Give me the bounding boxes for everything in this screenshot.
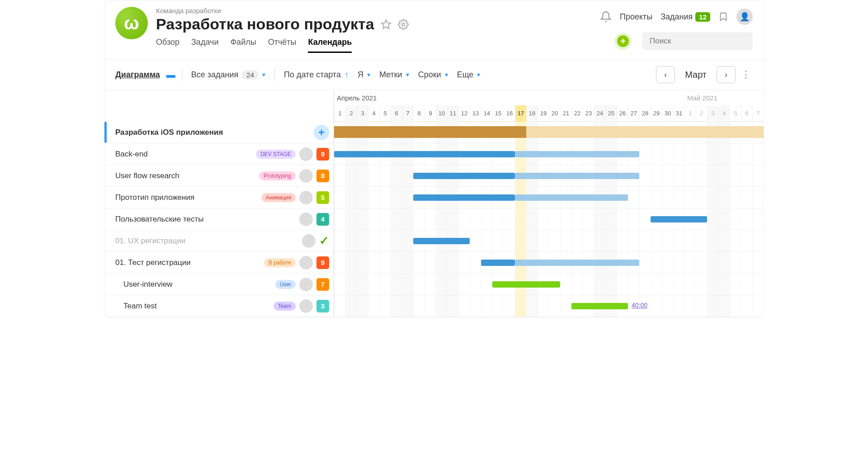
task-group-name: Разработка iOS приложения [115,128,310,137]
duration-label[interactable]: 40:00 [632,302,647,309]
group-bar-row [334,122,764,143]
check-icon: ✓ [319,234,329,248]
bell-icon[interactable] [600,11,612,23]
gantt-icon[interactable]: ▬ [166,70,175,80]
next-month-button[interactable]: › [717,66,736,83]
chevron-down-icon: ▾ [445,71,448,78]
assignee-avatar[interactable] [302,234,316,248]
day-cell: 6 [741,105,752,122]
tab-календарь[interactable]: Календарь [308,38,352,53]
assignee-avatar[interactable] [299,147,313,161]
month-april: Апрель 2021 [334,94,684,102]
day-cell: 29 [651,105,662,122]
task-name: User-interview [115,280,272,289]
chevron-down-icon: ▾ [262,71,265,78]
filter-tags[interactable]: Метки ▾ [377,68,412,81]
breadcrumb[interactable]: Команда разработки [156,7,600,14]
timeline-header-spacer [104,90,334,122]
gantt-timeline[interactable]: Апрель 2021 Май 2021 1234567891011121314… [334,90,764,317]
task-bar[interactable] [413,194,515,201]
task-bar[interactable] [334,151,515,157]
task-row[interactable]: User-interviewUser7 [104,274,334,295]
title-row: Разработка нового продукта [156,15,600,33]
assignee-avatar[interactable] [299,256,313,270]
search-input[interactable] [642,32,753,50]
priority-badge: 5 [316,191,329,204]
filter-dates[interactable]: Сроки ▾ [415,68,451,81]
assignee-avatar[interactable] [299,213,313,226]
bookmark-icon[interactable] [718,10,728,23]
page-title: Разработка нового продукта [156,15,374,33]
day-cell: 17 [515,105,526,122]
day-cell: 9 [425,105,436,122]
assignee-avatar[interactable] [299,278,313,291]
assignee-avatar[interactable] [299,169,313,183]
separator [274,68,275,81]
task-row[interactable]: 01. Тест регистрацииВ работе9 [104,252,334,274]
nav-projects[interactable]: Проекты [620,12,652,22]
day-cell: 3 [707,105,718,122]
header: ω Команда разработки Разработка нового п… [104,0,764,53]
chevron-down-icon: ▾ [367,71,370,78]
day-cell: 4 [368,105,379,122]
filter-more[interactable]: Еще ▾ [454,68,483,81]
task-row[interactable]: Team testTeam3 [104,295,334,317]
tasks-count-badge: 12 [695,12,710,22]
filter-me[interactable]: Я ▾ [355,68,373,81]
nav-tasks-group[interactable]: Задания 12 [660,12,710,22]
task-bar-planned[interactable] [515,173,639,179]
filter-all-tasks[interactable]: Все задания 24 ▾ [189,68,268,81]
task-bar[interactable] [651,216,707,222]
task-bar-planned[interactable] [515,260,639,266]
project-logo[interactable]: ω [115,7,148,39]
day-cell: 26 [617,105,628,122]
day-cell: 31 [673,105,684,122]
gear-icon[interactable] [398,19,409,30]
task-row[interactable]: 01. UX регистрации✓ [104,230,334,252]
task-bar-planned[interactable] [515,194,628,201]
task-group-row[interactable]: Разработка iOS приложения + [104,122,334,143]
chevron-down-icon: ▾ [406,71,409,78]
star-icon[interactable] [381,19,392,30]
tab-отчёты[interactable]: Отчёты [268,38,297,53]
task-bar[interactable] [481,260,515,266]
nav-tasks-label: Задания [660,12,693,22]
day-cell: 7 [402,105,413,122]
task-row[interactable]: User flow researchPrototyping8 [104,165,334,187]
task-bar[interactable] [413,173,515,179]
sort-by-date[interactable]: По дате старта ↑ [281,68,351,81]
task-row[interactable]: Прототип приложенияАнимация5 [104,187,334,208]
task-row[interactable]: Пользовательские тесты4 [104,208,334,230]
separator [182,68,182,81]
view-mode-link[interactable]: Диаграмма [115,70,160,80]
task-name: Team test [115,302,270,311]
assignee-avatar[interactable] [299,191,313,204]
more-options-icon[interactable]: ⋮ [739,69,753,80]
user-avatar[interactable]: 👤 [736,9,753,25]
add-button[interactable]: + [614,33,632,50]
tab-задачи[interactable]: Задачи [191,38,218,53]
task-bar-row [334,187,764,208]
task-bar[interactable] [492,281,560,288]
tab-обзор[interactable]: Обзор [156,38,179,53]
filter-dates-label: Сроки [418,70,441,80]
assignee-avatar[interactable] [299,299,313,313]
add-task-button[interactable]: + [314,125,329,140]
filter-count-badge: 24 [242,70,259,80]
day-cell: 16 [504,105,515,122]
toolbar: Диаграмма ▬ Все задания 24 ▾ По дате ста… [104,59,764,90]
day-cell: 19 [538,105,549,122]
task-bar[interactable] [571,303,628,309]
task-bar-row [334,252,764,274]
chevron-down-icon: ▾ [477,71,480,78]
svg-marker-0 [382,20,391,28]
day-cell: 8 [413,105,425,122]
day-cell: 21 [560,105,571,122]
tab-файлы[interactable]: Файлы [230,38,256,53]
day-cell: 5 [730,105,741,122]
task-row[interactable]: Back-endDEV STAGE9 [104,143,334,165]
task-bar[interactable] [413,238,470,244]
prev-month-button[interactable]: ‹ [656,66,675,83]
task-bar-planned[interactable] [515,151,639,157]
day-cell: 23 [583,105,594,122]
